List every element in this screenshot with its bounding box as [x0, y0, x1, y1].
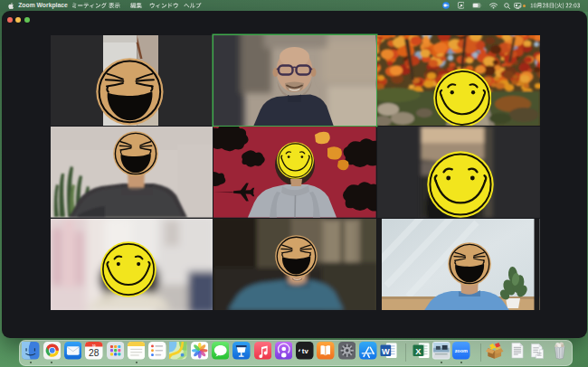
- svg-text:X: X: [415, 347, 422, 356]
- svg-text:28: 28: [89, 348, 100, 358]
- svg-text:zoom: zoom: [455, 349, 468, 354]
- svg-text:tv: tv: [302, 348, 309, 356]
- svg-text:W: W: [382, 347, 390, 356]
